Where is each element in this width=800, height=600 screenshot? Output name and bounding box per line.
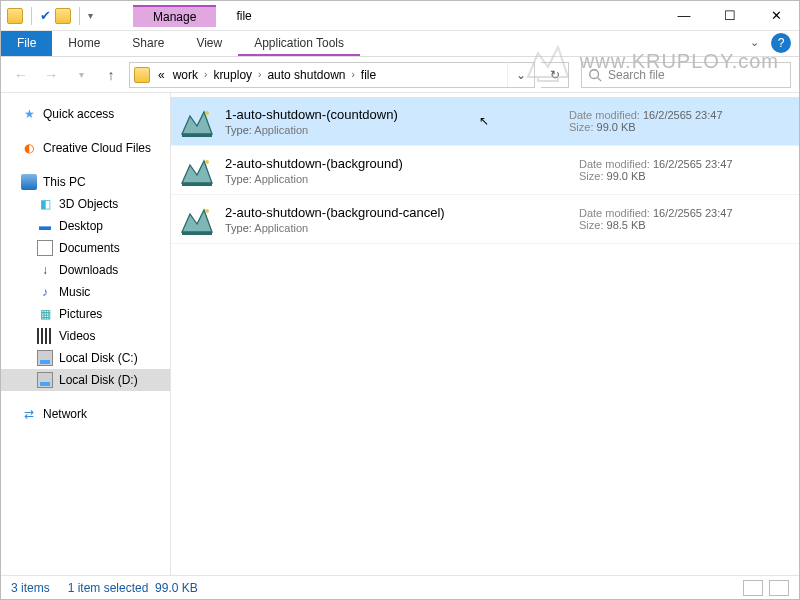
navigation-pane: ★Quick access ◐Creative Cloud Files This… [1,93,171,575]
cursor-icon: ↖ [479,114,489,128]
back-button[interactable]: ← [9,63,33,87]
breadcrumb-overflow[interactable]: « [154,68,169,82]
sidebar-item-music[interactable]: ♪Music [1,281,170,303]
sidebar-item-videos[interactable]: Videos [1,325,170,347]
svg-point-4 [205,111,209,115]
file-date: Date modified: 16/2/2565 23:47 [569,109,779,121]
file-tab[interactable]: File [1,31,52,56]
search-input[interactable]: Search file [581,62,791,88]
search-icon [588,68,602,82]
address-dropdown-icon[interactable]: ⌄ [507,63,534,87]
star-icon: ★ [21,106,37,122]
disk-icon [37,372,53,388]
divider [79,7,80,25]
chevron-right-icon[interactable]: › [256,69,263,80]
refresh-button[interactable]: ↻ [541,62,569,88]
file-list: 1-auto-shutdown-(countdown)Type: Applica… [171,93,799,575]
view-icons-button[interactable] [769,580,789,596]
sidebar-quick-access[interactable]: ★Quick access [1,103,170,125]
divider [31,7,32,25]
svg-line-2 [598,77,602,81]
sidebar-item-3d-objects[interactable]: ◧3D Objects [1,193,170,215]
desktop-icon: ▬ [37,218,53,234]
quick-access-toolbar: ✔ ▾ [1,7,93,25]
breadcrumb[interactable]: auto shutdown [263,68,349,82]
sidebar-item-documents[interactable]: Documents [1,237,170,259]
tab-share[interactable]: Share [116,31,180,56]
tab-home[interactable]: Home [52,31,116,56]
forward-button[interactable]: → [39,63,63,87]
breadcrumb[interactable]: kruploy [209,68,256,82]
search-placeholder: Search file [608,68,665,82]
ribbon-context-label: Manage [133,5,216,27]
tab-application-tools[interactable]: Application Tools [238,31,360,56]
file-row[interactable]: 2-auto-shutdown-(background)Type: Applic… [171,146,799,195]
disk-icon [37,350,53,366]
close-button[interactable]: ✕ [753,1,799,31]
svg-rect-7 [182,232,212,235]
navigation-bar: ← → ▾ ↑ « work › kruploy › auto shutdown… [1,57,799,93]
svg-point-1 [590,69,599,78]
help-icon[interactable]: ? [771,33,791,53]
sidebar-item-local-disk-d[interactable]: Local Disk (D:) [1,369,170,391]
address-bar[interactable]: « work › kruploy › auto shutdown › file … [129,62,535,88]
file-name: 2-auto-shutdown-(background) [225,156,579,171]
svg-point-6 [205,160,209,164]
file-name: 2-auto-shutdown-(background-cancel) [225,205,579,220]
pictures-icon: ▦ [37,306,53,322]
app-icon [179,103,215,139]
music-icon: ♪ [37,284,53,300]
sidebar-creative-cloud[interactable]: ◐Creative Cloud Files [1,137,170,159]
videos-icon [37,328,53,344]
checkmark-icon[interactable]: ✔ [40,8,51,23]
svg-rect-3 [182,134,212,137]
file-type: Type: Application [225,124,569,136]
ribbon: File Home Share View Application Tools ⌄… [1,31,799,57]
svg-point-8 [205,209,209,213]
file-type: Type: Application [225,173,579,185]
minimize-button[interactable]: — [661,1,707,31]
cube-icon: ◧ [37,196,53,212]
file-size: Size: 98.5 KB [579,219,789,231]
folder-icon [7,8,23,24]
breadcrumb[interactable]: work [169,68,202,82]
file-row[interactable]: 2-auto-shutdown-(background-cancel)Type:… [171,195,799,244]
tab-view[interactable]: View [180,31,238,56]
file-date: Date modified: 16/2/2565 23:47 [579,207,789,219]
file-date: Date modified: 16/2/2565 23:47 [579,158,789,170]
app-icon [179,201,215,237]
svg-rect-5 [182,183,212,186]
sidebar-item-downloads[interactable]: ↓Downloads [1,259,170,281]
file-size: Size: 99.0 KB [579,170,789,182]
file-type: Type: Application [225,222,579,234]
network-icon: ⇄ [21,406,37,422]
sidebar-item-local-disk-c[interactable]: Local Disk (C:) [1,347,170,369]
file-name: 1-auto-shutdown-(countdown) [225,107,569,122]
recent-dropdown[interactable]: ▾ [69,63,93,87]
sidebar-item-pictures[interactable]: ▦Pictures [1,303,170,325]
status-item-count: 3 items [11,581,50,595]
up-button[interactable]: ↑ [99,63,123,87]
status-selection: 1 item selected 99.0 KB [68,581,198,595]
status-bar: 3 items 1 item selected 99.0 KB [1,575,799,599]
view-details-button[interactable] [743,580,763,596]
window-title: file [236,9,251,23]
chevron-right-icon[interactable]: › [349,69,356,80]
folder-icon[interactable] [55,8,71,24]
file-row[interactable]: 1-auto-shutdown-(countdown)Type: Applica… [171,97,799,146]
chevron-right-icon[interactable]: › [202,69,209,80]
ribbon-collapse-icon[interactable]: ⌄ [742,31,767,56]
chevron-down-icon[interactable]: ▾ [88,10,93,21]
pc-icon [21,174,37,190]
download-icon: ↓ [37,262,53,278]
cloud-icon: ◐ [21,140,37,156]
sidebar-network[interactable]: ⇄Network [1,403,170,425]
explorer-window: ✔ ▾ Manage file — ☐ ✕ www.KRUPLOY.com Fi… [0,0,800,600]
file-size: Size: 99.0 KB [569,121,779,133]
maximize-button[interactable]: ☐ [707,1,753,31]
breadcrumb[interactable]: file [357,68,380,82]
folder-icon [134,67,150,83]
app-icon [179,152,215,188]
sidebar-item-desktop[interactable]: ▬Desktop [1,215,170,237]
sidebar-this-pc[interactable]: This PC [1,171,170,193]
